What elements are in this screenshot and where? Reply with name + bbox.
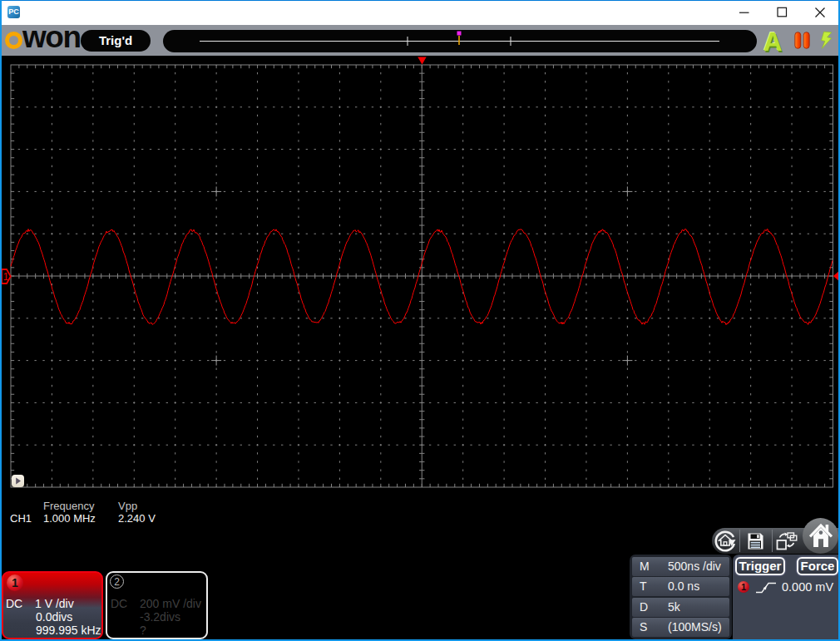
svg-text:1: 1 [3,271,9,283]
